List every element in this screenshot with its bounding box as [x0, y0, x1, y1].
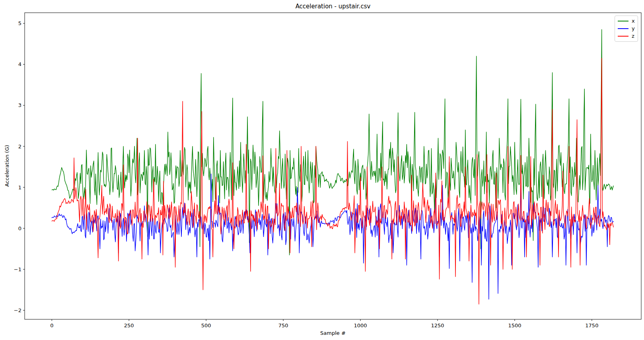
legend-label-z: z	[632, 33, 634, 39]
x-tick-label: 1000	[354, 323, 367, 328]
y-tick-label: 3	[18, 102, 21, 108]
legend-label-x: x	[632, 18, 635, 24]
legend-entry-x: x	[618, 17, 635, 25]
legend-line-y-swatch	[618, 28, 628, 29]
legend-line-x-swatch	[618, 21, 628, 21]
y-axis-label: Acceleration (G)	[4, 145, 10, 187]
figure-canvas: Acceleration - upstair.csv 0250500750100…	[0, 0, 644, 340]
x-tick-label: 1500	[508, 323, 521, 328]
x-tick-label: 1250	[431, 323, 444, 328]
x-tick-label: 750	[278, 323, 288, 328]
legend-line-z-swatch	[618, 36, 628, 37]
axes-spines	[25, 13, 641, 319]
y-tick-label: −2	[14, 307, 21, 313]
x-tick-label: 500	[201, 323, 211, 328]
x-tick-label: 1750	[585, 323, 598, 328]
x-tick-label: 250	[124, 323, 134, 328]
y-tick-label: 0	[18, 225, 21, 231]
legend-entry-z: z	[618, 33, 635, 40]
y-tick-label: −1	[14, 266, 21, 272]
y-tick-label: 2	[18, 144, 21, 150]
y-tick-label: 5	[18, 20, 21, 26]
y-tick-label: 1	[18, 185, 21, 190]
plot-area: 02505007501000125015001750−2−1012345	[0, 0, 644, 340]
x-axis-label: Sample #	[25, 330, 641, 336]
x-tick-label: 0	[50, 323, 53, 328]
series-y-line	[52, 174, 613, 299]
legend-label-y: y	[632, 26, 635, 31]
legend: x y z	[615, 16, 638, 42]
y-tick-label: 4	[18, 61, 21, 67]
series-group	[52, 29, 613, 304]
legend-entry-y: y	[618, 25, 635, 32]
